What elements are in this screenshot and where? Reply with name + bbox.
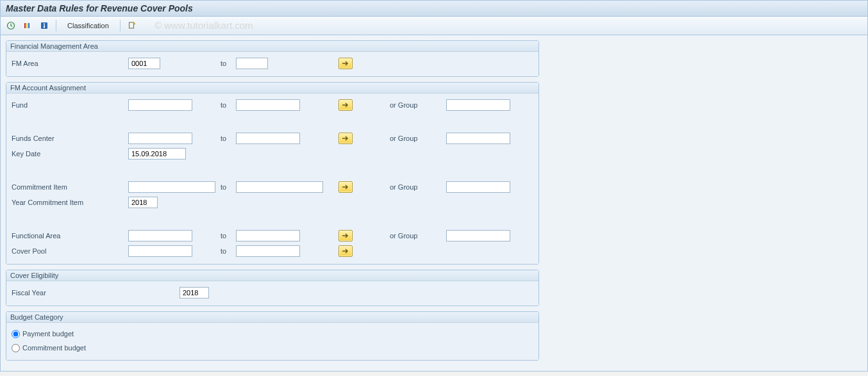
cover-pool-from-input[interactable] [128,245,192,257]
year-commitment-item-input[interactable] [128,197,158,208]
key-date-input[interactable] [128,148,186,159]
arrow-right-icon [342,102,349,108]
group-financial-management-area: Financial Management Area FM Area to [6,40,539,77]
commitment-budget-label[interactable]: Commitment budget [22,344,86,352]
svg-rect-1 [24,23,26,28]
radio-row-payment-budget: Payment budget [6,327,538,341]
commitment-item-group-input[interactable] [446,181,510,193]
key-date-label: Key Date [12,150,128,158]
execute-button[interactable] [4,19,17,32]
group-cover-eligibility: Cover Eligibility Fiscal Year [6,270,539,306]
row-cover-pool: Cover Pool to [6,243,538,259]
variant-button[interactable] [21,19,34,32]
fund-from-input[interactable] [128,99,192,111]
commitment-item-to-input[interactable] [236,181,323,193]
fiscal-year-input[interactable] [179,287,209,298]
row-funds-center: Funds Center to or Group [6,131,538,146]
svg-rect-7 [129,22,133,28]
group-fm-account-assignment: FM Account Assignment Fund to or Group [6,82,539,265]
commitment-budget-radio[interactable] [12,344,20,352]
fiscal-year-label: Fiscal Year [12,289,179,297]
group-title: FM Account Assignment [6,83,538,94]
funds-center-group-input[interactable] [446,133,510,144]
row-fund: Fund to or Group [6,97,538,113]
info-button[interactable] [38,19,51,32]
svg-rect-2 [26,23,28,28]
svg-rect-5 [44,24,45,25]
svg-rect-3 [28,23,29,28]
payment-budget-radio[interactable] [12,330,20,338]
cover-pool-to-input[interactable] [236,245,300,257]
group-budget-category: Budget Category Payment budget Commitmen… [6,311,539,361]
fm-area-from-input[interactable] [128,58,160,69]
multi-select-button[interactable] [338,133,353,144]
arrow-right-icon [342,248,349,254]
or-group-label: or Group [390,101,446,109]
fund-to-input[interactable] [236,99,300,111]
row-functional-area: Functional Area to or Group [6,228,538,243]
group-title: Financial Management Area [6,41,538,52]
cover-pool-label: Cover Pool [12,247,128,255]
classification-button[interactable]: Classification [62,19,115,32]
document-plus-icon [128,21,137,30]
row-year-commitment-item: Year Commitment Item [6,195,538,210]
functional-area-label: Functional Area [12,232,128,240]
to-label: to [221,247,236,255]
multi-select-button[interactable] [338,245,353,257]
arrow-right-icon [342,233,349,239]
fm-area-to-input[interactable] [236,58,268,69]
toolbar-separator [56,20,56,31]
funds-center-from-input[interactable] [128,133,192,144]
create-button[interactable] [126,19,138,32]
or-group-label: or Group [390,232,446,240]
to-label: to [221,60,236,67]
funds-center-to-input[interactable] [236,133,300,144]
bars-icon [23,21,32,30]
multi-select-button[interactable] [338,99,353,111]
classification-label: Classification [67,22,109,29]
page-title: Master Data Rules for Revenue Cover Pool… [6,3,862,13]
to-label: to [221,101,236,109]
or-group-label: or Group [390,183,446,191]
multi-select-button[interactable] [338,230,353,241]
commitment-item-label: Commitment Item [12,183,128,191]
clock-execute-icon [6,21,15,30]
fund-group-input[interactable] [446,99,510,111]
or-group-label: or Group [390,135,446,142]
group-title: Budget Category [6,312,538,323]
multi-select-button[interactable] [338,58,353,69]
to-label: to [221,183,236,191]
row-fm-area: FM Area to [6,56,538,71]
row-key-date: Key Date [6,146,538,161]
funds-center-label: Funds Center [12,135,128,142]
fm-area-label: FM Area [12,60,128,67]
arrow-right-icon [342,184,349,190]
functional-area-group-input[interactable] [446,230,510,241]
commitment-item-from-input[interactable] [128,181,215,193]
toolbar-separator [120,20,121,31]
radio-row-commitment-budget: Commitment budget [6,341,538,355]
row-fiscal-year: Fiscal Year [6,285,538,300]
title-bar: Master Data Rules for Revenue Cover Pool… [1,1,867,17]
info-icon [40,21,49,30]
group-title: Cover Eligibility [6,270,538,281]
to-label: to [221,135,236,142]
payment-budget-label[interactable]: Payment budget [22,330,74,338]
toolbar: Classification [1,17,867,35]
multi-select-button[interactable] [338,181,353,193]
row-commitment-item: Commitment Item to or Group [6,179,538,195]
fund-label: Fund [12,101,128,109]
arrow-right-icon [342,135,349,142]
functional-area-to-input[interactable] [236,230,300,241]
arrow-right-icon [342,60,349,67]
year-commitment-item-label: Year Commitment Item [12,199,128,206]
functional-area-from-input[interactable] [128,230,192,241]
to-label: to [221,232,236,240]
svg-rect-6 [44,26,45,28]
